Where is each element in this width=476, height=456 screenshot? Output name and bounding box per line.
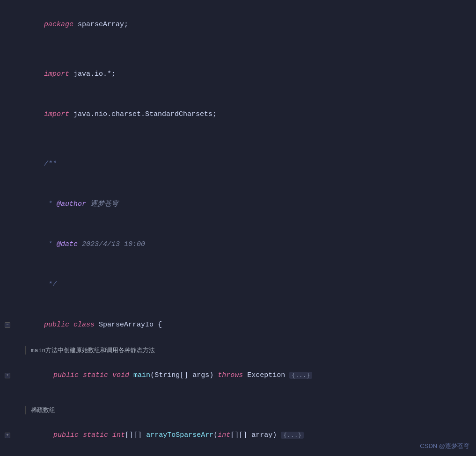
- keyword-import2: import: [44, 110, 69, 118]
- line-4: import java.nio.charset.StandardCharsets…: [0, 94, 476, 135]
- line-comment-start: /**: [0, 144, 476, 184]
- folded-main: {...}: [289, 372, 312, 379]
- empty-line-1: [0, 45, 476, 54]
- param-array: array: [247, 431, 272, 439]
- paren2: ): [209, 371, 213, 379]
- kw-int-p-a2s: int: [218, 431, 230, 439]
- line-main: + public static void main(String[] args)…: [0, 355, 476, 396]
- param-args: args: [188, 371, 209, 379]
- line-author: * @author 逐梦苍穹: [0, 184, 476, 224]
- line-3: import java.io.*;: [0, 54, 476, 94]
- kw-static-a2s: static: [83, 431, 108, 439]
- code-line-3: import java.io.*;: [14, 55, 476, 94]
- gutter-a2s: +: [0, 433, 14, 438]
- kw-public-class: public: [44, 321, 69, 329]
- comment-date-value: 2023/4/13 10:00: [78, 240, 145, 248]
- line-comment-end: */: [0, 265, 476, 305]
- code-comment-end: */: [14, 265, 476, 304]
- folded-a2s: {...}: [281, 432, 304, 439]
- br1: [][]: [125, 431, 142, 439]
- kw-class: class: [73, 321, 95, 329]
- code-a2s: public static int[][] arrayToSparseArr(i…: [14, 416, 476, 455]
- gutter-main: +: [0, 373, 14, 378]
- empty-line-3: [0, 396, 476, 405]
- code-text: java.io.*;: [69, 70, 116, 78]
- comment-tag-author: @author: [57, 200, 86, 208]
- p1: (: [213, 431, 218, 439]
- p2: ): [272, 431, 277, 439]
- kw-static-main: static: [83, 371, 108, 379]
- comment-tag-date: @date: [57, 240, 78, 248]
- space: [108, 371, 112, 379]
- code-text: java.nio.charset.StandardCharsets;: [69, 110, 217, 118]
- comment-author-value: 逐梦苍穹: [86, 200, 118, 208]
- method-a2s: arrayToSparseArr: [146, 431, 213, 439]
- watermark: CSDN @逐梦苍穹: [420, 442, 469, 450]
- space: [213, 371, 218, 379]
- watermark-text: CSDN @逐梦苍穹: [420, 442, 469, 449]
- keyword-import: import: [44, 70, 69, 78]
- gutter-class: −: [0, 322, 14, 328]
- code-main: public static void main(String[] args) t…: [14, 356, 476, 395]
- comment-sparse-text: 稀疏数组: [31, 407, 55, 414]
- empty-line-2: [0, 135, 476, 144]
- comment-main-text: main方法中创建原始数组和调用各种静态方法: [31, 347, 155, 354]
- code-editor: package sparseArray; import java.io.*; i…: [0, 0, 476, 456]
- space: [79, 371, 83, 379]
- code-line-4: import java.nio.charset.StandardCharsets…: [14, 95, 476, 134]
- line-date: * @date 2023/4/13 10:00: [0, 224, 476, 265]
- method-main: main: [133, 371, 150, 379]
- code-line-1: package sparseArray;: [14, 5, 476, 44]
- line-arrayToSparse: + public static int[][] arrayToSparseArr…: [0, 415, 476, 456]
- fold-class-icon[interactable]: −: [5, 322, 10, 328]
- line-class: − public class SparseArrayIo {: [0, 305, 476, 345]
- code-comment-start: /**: [14, 145, 476, 184]
- space: [285, 371, 289, 379]
- line-1: package sparseArray;: [0, 5, 476, 45]
- comment-star2: *: [44, 240, 57, 248]
- space1: [69, 321, 73, 329]
- space2: [95, 321, 99, 329]
- sp: [277, 431, 281, 439]
- kw-throws-main: throws: [218, 371, 243, 379]
- code-author: * @author 逐梦苍穹: [14, 185, 476, 224]
- code-text: sparseArray;: [73, 21, 128, 29]
- classname: SparseArrayIo: [99, 321, 154, 329]
- param-type-main: String: [154, 371, 180, 379]
- code-class: public class SparseArrayIo {: [14, 305, 476, 345]
- comment-close: */: [44, 281, 57, 289]
- keyword-package: package: [44, 21, 73, 29]
- space: [129, 371, 133, 379]
- sp: [79, 431, 83, 439]
- kw-void-main: void: [112, 371, 129, 379]
- bracket1: []: [180, 371, 188, 379]
- comment-bar-main: main方法中创建原始数组和调用各种静态方法: [25, 346, 155, 355]
- fold-main-icon[interactable]: +: [5, 373, 10, 378]
- comment-open: /**: [44, 160, 57, 168]
- exception-main: Exception: [243, 371, 285, 379]
- paren1: (: [150, 371, 154, 379]
- sp: [142, 431, 146, 439]
- code-date: * @date 2023/4/13 10:00: [14, 225, 476, 264]
- br2: [][]: [230, 431, 247, 439]
- sp: [108, 431, 112, 439]
- comment-star1: *: [44, 200, 57, 208]
- comment-bar-sparse: 稀疏数组: [25, 406, 55, 414]
- open-brace: {: [154, 321, 162, 329]
- comment-sparse: 稀疏数组: [0, 405, 476, 415]
- kw-int-a2s: int: [112, 431, 125, 439]
- fold-a2s-icon[interactable]: +: [5, 433, 10, 438]
- kw-public-a2s: public: [53, 431, 79, 439]
- kw-public-main: public: [53, 371, 79, 379]
- comment-main: main方法中创建原始数组和调用各种静态方法: [0, 345, 476, 355]
